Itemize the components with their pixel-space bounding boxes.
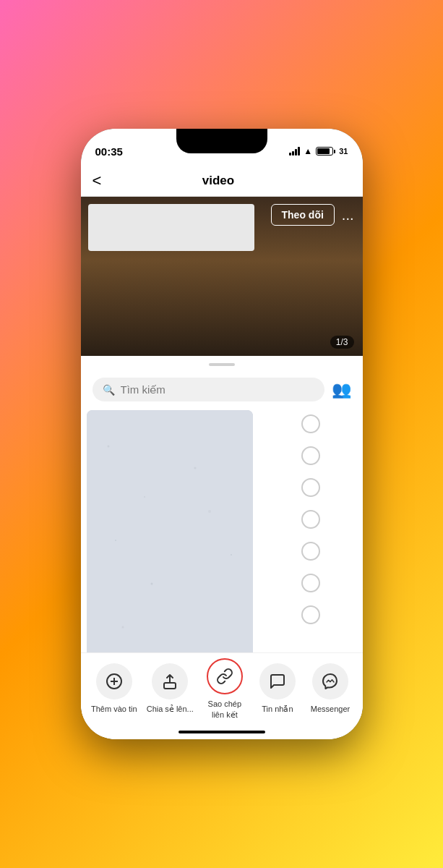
svg-point-4 (231, 554, 232, 556)
radio-7[interactable] (301, 605, 320, 624)
svg-point-10 (150, 583, 152, 585)
svg-point-3 (194, 467, 196, 469)
nav-title: video (110, 174, 326, 188)
tin-nhan-label: Tin nhắn (262, 704, 293, 714)
video-action-area: Theo dõi ... (271, 204, 354, 226)
phone-screen: 00:35 ▲ 31 < vid (81, 129, 363, 739)
notch (176, 129, 267, 153)
svg-rect-14 (164, 683, 176, 689)
home-indicator-bar (179, 731, 265, 733)
svg-point-1 (107, 446, 109, 448)
svg-point-8 (115, 540, 116, 541)
video-section: Theo dõi ... 1/3 (81, 197, 363, 356)
action-bar: Thêm vào tin Chia sẻ lên... (81, 652, 363, 725)
status-time: 00:35 (95, 145, 123, 158)
chia-se-len-label: Chia sẻ lên... (147, 704, 194, 714)
theo-doi-button[interactable]: Theo dõi (271, 204, 335, 226)
sao-chep-lien-ket-label: Sao chépliên kết (208, 699, 241, 720)
status-bar: 00:35 ▲ 31 (81, 129, 363, 165)
more-options-button[interactable]: ... (342, 207, 354, 224)
battery-icon (316, 147, 335, 156)
home-indicator (81, 725, 363, 739)
radio-4[interactable] (301, 510, 320, 529)
radio-list (259, 407, 363, 652)
radio-3[interactable] (301, 478, 320, 497)
radio-6[interactable] (301, 574, 320, 592)
radio-1[interactable] (301, 414, 320, 433)
phone-frame: 00:35 ▲ 31 < vid (81, 129, 363, 739)
messenger-label: Messenger (311, 704, 350, 714)
video-thumbnail (88, 204, 254, 251)
wifi-icon: ▲ (304, 146, 312, 156)
add-friend-icon[interactable]: 👥 (332, 380, 351, 399)
svg-point-5 (121, 626, 124, 629)
list-content: phuongaym.no (81, 407, 363, 652)
sheet-handle (209, 363, 235, 366)
action-messenger[interactable]: Messenger (309, 663, 352, 714)
tin-nhan-icon (259, 663, 296, 699)
search-input-wrap: 🔍 (93, 378, 324, 401)
search-icon: 🔍 (103, 384, 115, 396)
them-vao-tin-label: Thêm vào tin (91, 704, 137, 714)
radio-2[interactable] (301, 446, 320, 465)
svg-point-2 (144, 496, 145, 498)
them-vao-tin-icon (96, 663, 132, 699)
search-area: 🔍 👥 (81, 372, 363, 407)
svg-point-9 (208, 510, 211, 513)
top-nav: < video (81, 165, 363, 197)
search-input[interactable] (121, 383, 314, 396)
action-them-vao-tin[interactable]: Thêm vào tin (91, 663, 137, 714)
bottom-sheet: 🔍 👥 (81, 356, 363, 739)
svg-rect-0 (87, 410, 253, 652)
messenger-icon (312, 663, 348, 699)
video-counter: 1/3 (330, 336, 354, 349)
radio-5[interactable] (301, 542, 320, 561)
preview-image (87, 410, 253, 652)
action-chia-se-len[interactable]: Chia sẻ lên... (147, 663, 194, 714)
chia-se-len-icon (152, 663, 188, 699)
action-sao-chep-lien-ket[interactable]: Sao chépliên kết (203, 658, 246, 720)
action-tin-nhan[interactable]: Tin nhắn (256, 663, 299, 714)
battery-percent: 31 (339, 147, 348, 156)
signal-icon (289, 147, 300, 156)
preview-svg (87, 410, 253, 652)
sao-chep-lien-ket-icon (207, 658, 243, 694)
status-icons: ▲ 31 (289, 146, 348, 156)
back-button[interactable]: < (93, 171, 102, 190)
